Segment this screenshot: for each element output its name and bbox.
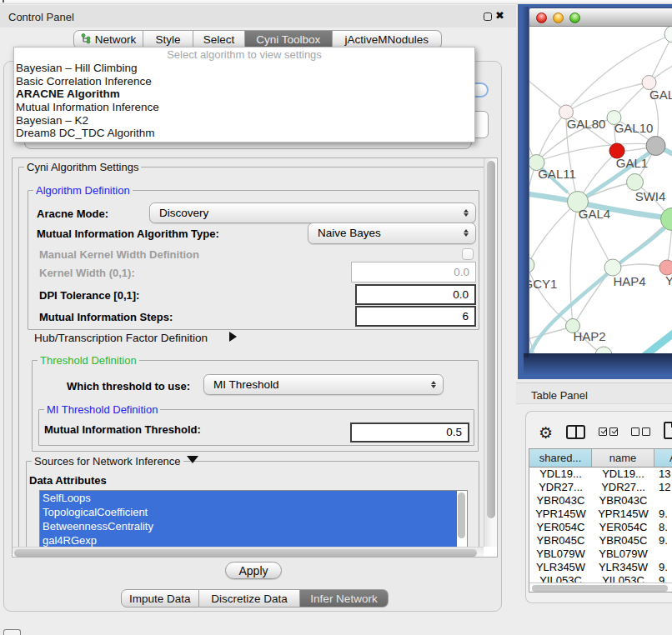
aracne-mode-combobox[interactable]: Discovery — [149, 202, 476, 224]
hub-definition-section-label[interactable]: Hub/Transcription Factor Definition — [34, 332, 208, 344]
which-threshold-combobox[interactable]: MI Threshold — [203, 374, 444, 396]
table-panel-titlebar: Table Panel — [516, 382, 672, 404]
algorithm-option[interactable]: Dream8 DC_TDC Algorithm — [14, 127, 474, 140]
table-row[interactable]: YLR345WYLR345W9. — [529, 561, 672, 574]
mi-steps-field-value: 6 — [462, 310, 469, 322]
algorithm-popup-placeholder: Select algorithm to view settings — [14, 48, 474, 62]
close-panel-icon[interactable]: ✖ — [495, 9, 507, 23]
table-row[interactable]: YBL079WYBL079W — [529, 548, 672, 561]
kernel-width-field-value: 0.0 — [454, 266, 469, 278]
tab-impute-data[interactable]: Impute Data — [121, 589, 200, 608]
table-cell: YPR145W — [529, 508, 592, 521]
horizontal-scrollbar[interactable] — [13, 547, 485, 557]
algorithm-option[interactable]: ARACNE Algorithm — [14, 88, 474, 101]
float-panel-icon[interactable] — [484, 12, 492, 21]
table-panel-title: Table Panel — [531, 389, 588, 402]
table-scrollbar-thumb[interactable] — [532, 585, 668, 592]
select-all-icon[interactable] — [599, 428, 618, 436]
table-row[interactable]: YBR043CYBR043C — [529, 494, 672, 508]
network-edge[interactable] — [529, 266, 571, 325]
network-node-pale[interactable] — [664, 27, 672, 42]
table-row[interactable]: YDR27...YDR27...12 — [529, 481, 672, 494]
network-icon-dot — [82, 33, 85, 37]
algorithm-option[interactable]: Mutual Information Inference — [14, 101, 474, 114]
window-shadow — [524, 353, 672, 375]
table-cell: YPR145W — [592, 508, 654, 521]
settings-scrollpane: Cyni Algorithm SettingsAlgorithm Definit… — [12, 158, 498, 558]
table-cell: 9. — [654, 561, 672, 574]
horizontal-scrollbar-thumb[interactable] — [14, 549, 477, 557]
network-icon-dot — [87, 37, 90, 40]
algorithm-definition-group-title: Algorithm Definition — [33, 184, 133, 197]
panel-corner-button-fragment[interactable] — [3, 629, 21, 635]
combo-arrows-icon — [429, 375, 438, 395]
cyni-algorithm-settings-group-title: Cyni Algorithm Settings — [24, 161, 141, 173]
table-row[interactable]: YDL19...YDL19...13 — [529, 468, 672, 481]
table-column-header[interactable]: A — [654, 449, 672, 468]
node-label-gal11: GAL11 — [538, 167, 576, 181]
table-cell: 13 — [654, 468, 672, 481]
columns-icon[interactable] — [566, 425, 585, 439]
network-node-green_light[interactable] — [595, 347, 612, 353]
gear-icon[interactable]: ⚙ — [539, 425, 553, 441]
data-attributes-label: Data Attributes — [29, 474, 107, 487]
apply-button[interactable]: Apply — [225, 562, 282, 579]
algorithm-dropdown-popup: Select algorithm to view settings Bayesi… — [13, 47, 475, 142]
vertical-scrollbar-thumb[interactable] — [487, 161, 495, 518]
mi-threshold-field[interactable]: 0.5 — [350, 422, 469, 443]
table-body: YDL19...YDL19...13YDR27...YDR27...12YBR0… — [529, 468, 672, 584]
data-attributes-list: SelfLoopsTopologicalCoefficientBetweenne… — [39, 490, 468, 548]
document-icon[interactable] — [664, 422, 672, 439]
network-edge[interactable] — [529, 202, 577, 264]
tab-infer-network[interactable]: Infer Network — [300, 589, 389, 608]
combo-arrows-icon — [461, 223, 470, 243]
kernel-width-field[interactable]: 0.0 — [351, 262, 476, 282]
algorithm-option[interactable]: Bayesian – Hill Climbing — [14, 62, 474, 75]
manual-kernel-width-checkbox[interactable] — [462, 248, 474, 260]
close-window-button[interactable] — [536, 12, 547, 23]
node-label-gal10: GAL10 — [614, 121, 654, 135]
table-horizontal-scrollbar[interactable] — [529, 582, 672, 592]
table-row[interactable]: YPR145WYPR145W9. — [529, 508, 672, 521]
network-canvas[interactable]: GALGAL80GAL10GAL1GAL11SWI4GAL4GCY1HAP4YH… — [529, 27, 672, 353]
minimize-window-button[interactable] — [553, 12, 564, 23]
collapsed-arrow-icon[interactable] — [229, 332, 237, 342]
zoom-window-button[interactable] — [569, 12, 580, 23]
table-row[interactable]: YER054CYER054C8. — [529, 521, 672, 534]
network-node-green[interactable] — [627, 174, 644, 191]
mi-algorithm-type-combobox[interactable]: Naive Bayes — [308, 222, 476, 244]
node-label-y: Y — [665, 273, 672, 288]
mi-steps-field[interactable]: 6 — [355, 306, 476, 327]
network-view-window: GALGAL80GAL10GAL1GAL11SWI4GAL4GCY1HAP4YH… — [529, 8, 672, 353]
algorithm-option[interactable]: Bayesian – K2 — [14, 114, 474, 128]
dpi-tolerance-field-value: 0.0 — [453, 288, 469, 301]
attribute-list-item[interactable]: TopologicalCoefficient — [40, 505, 457, 519]
checked-box-icon — [599, 428, 607, 436]
network-node-green_light[interactable] — [604, 259, 621, 276]
tab-discretize-data[interactable]: Discretize Data — [199, 589, 300, 608]
node-label-gal1: GAL1 — [616, 156, 648, 170]
table-column-header[interactable]: shared... — [529, 449, 592, 468]
unchecked-box-icon — [642, 428, 650, 436]
table-column-header[interactable]: name — [592, 449, 654, 468]
network-window-titlebar[interactable] — [529, 8, 672, 27]
tab-label: jActiveMNodules — [344, 33, 429, 46]
list-vertical-scrollbar[interactable] — [457, 492, 466, 548]
network-node-green[interactable] — [529, 258, 534, 273]
network-node-gray[interactable] — [646, 137, 665, 156]
table-row[interactable]: YBR045CYBR045C9. — [529, 534, 672, 548]
attribute-list-item[interactable]: SelfLoops — [40, 491, 457, 505]
network-edge[interactable] — [644, 332, 672, 353]
vertical-scrollbar[interactable] — [484, 158, 497, 548]
table-cell: YDR27... — [529, 481, 592, 494]
network-edge[interactable] — [529, 163, 536, 264]
list-scrollbar-thumb[interactable] — [458, 492, 465, 538]
algorithm-option[interactable]: Basic Correlation Inference — [14, 75, 474, 88]
dpi-tolerance-field[interactable]: 0.0 — [355, 284, 476, 305]
expanded-arrow-icon[interactable] — [187, 456, 198, 463]
attribute-list-item[interactable]: gal4RGexp — [40, 533, 457, 548]
network-edge[interactable] — [529, 78, 565, 111]
deselect-all-icon[interactable] — [631, 428, 650, 436]
combo-up-arrow-icon — [431, 381, 436, 384]
attribute-list-item[interactable]: BetweennessCentrality — [40, 519, 457, 533]
